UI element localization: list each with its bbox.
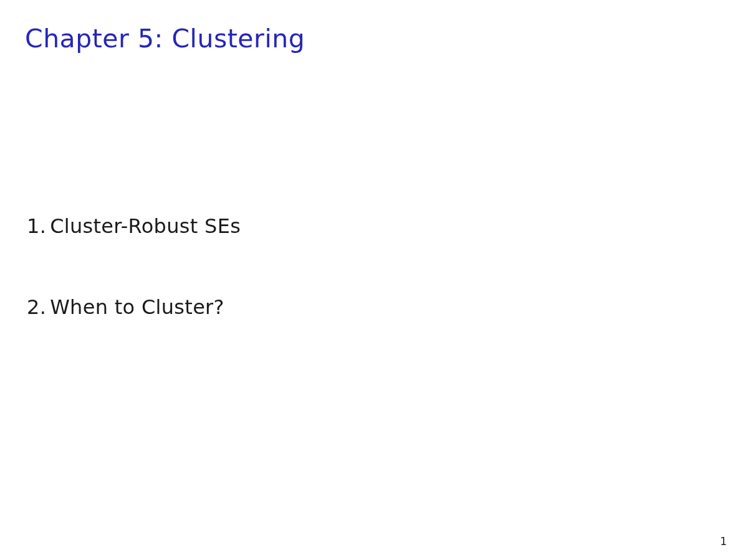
slide-content: 1.Cluster-Robust SEs 2.When to Cluster? xyxy=(25,214,723,319)
list-item: 2.When to Cluster? xyxy=(27,295,723,319)
item-number: 2. xyxy=(27,295,46,319)
item-number: 1. xyxy=(27,214,46,238)
item-text: When to Cluster? xyxy=(50,295,224,319)
slide-title: Chapter 5: Clustering xyxy=(25,24,723,54)
page-number: 1 xyxy=(720,535,727,548)
list-item: 1.Cluster-Robust SEs xyxy=(27,214,723,238)
slide-container: Chapter 5: Clustering 1.Cluster-Robust S… xyxy=(0,0,748,560)
item-text: Cluster-Robust SEs xyxy=(50,214,241,238)
